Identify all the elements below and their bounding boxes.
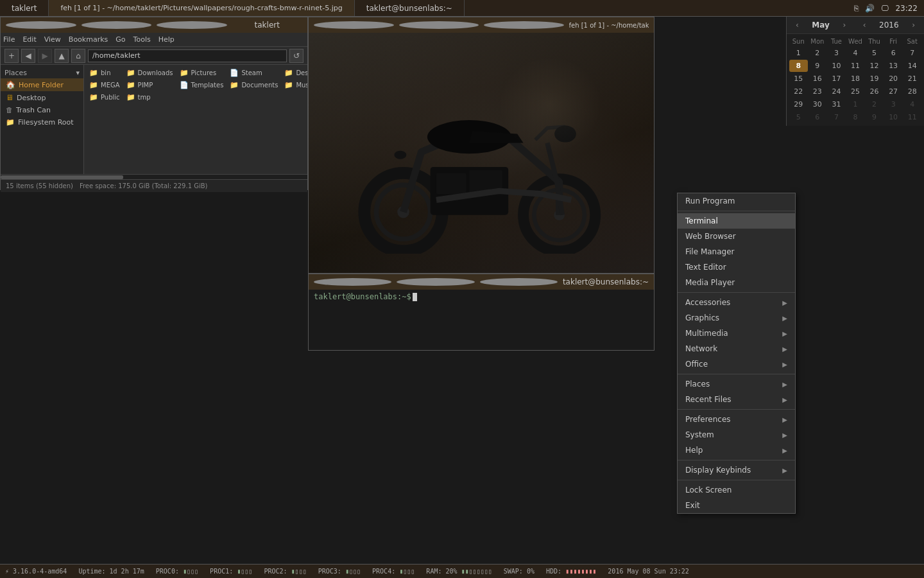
- minimize-button[interactable]: [6, 21, 76, 29]
- cal-day-7[interactable]: 7: [903, 47, 921, 59]
- file-music[interactable]: 📁 Music: [282, 80, 307, 91]
- cal-day-9[interactable]: 9: [809, 60, 827, 72]
- address-bar[interactable]: /home/taklert: [88, 49, 287, 62]
- home-button[interactable]: ⌂: [71, 49, 85, 63]
- iv-close-button[interactable]: [484, 21, 564, 29]
- menu-display-keybinds[interactable]: Display Keybinds ▶: [678, 462, 795, 478]
- menu-tools[interactable]: Tools: [133, 35, 151, 44]
- menu-help[interactable]: Help: [158, 35, 175, 44]
- up-button[interactable]: ▲: [55, 49, 69, 63]
- cal-day-24[interactable]: 24: [827, 85, 846, 98]
- menu-bookmarks[interactable]: Bookmarks: [69, 35, 108, 44]
- file-steam[interactable]: 📄 Steam: [227, 67, 280, 78]
- iv-maximize-button[interactable]: [399, 21, 479, 29]
- file-bin[interactable]: 📁 bin: [87, 67, 123, 78]
- calendar-next-month[interactable]: ›: [839, 19, 850, 31]
- file-desktop[interactable]: 📁 Desktop: [282, 67, 307, 78]
- menu-media-player[interactable]: Media Player: [678, 275, 795, 290]
- cal-day-next-9[interactable]: 9: [865, 111, 884, 123]
- menu-lock-screen[interactable]: Lock Screen: [678, 482, 795, 498]
- menu-multimedia[interactable]: Multimedia ▶: [678, 326, 795, 341]
- menu-office[interactable]: Office ▶: [678, 356, 795, 372]
- file-templates[interactable]: 📄 Templates: [177, 80, 227, 91]
- term-close-button[interactable]: [480, 278, 558, 286]
- cal-day-23[interactable]: 23: [809, 85, 827, 98]
- copy-icon[interactable]: ⎘: [854, 4, 859, 13]
- fm-scrollbar-thumb[interactable]: [1, 175, 123, 179]
- cal-day-next-5[interactable]: 5: [789, 111, 808, 123]
- sidebar-collapse-icon[interactable]: ▾: [76, 69, 80, 77]
- menu-recent-files[interactable]: Recent Files ▶: [678, 392, 795, 407]
- sidebar-item-desktop[interactable]: 🖥 Desktop: [1, 91, 83, 104]
- menu-system[interactable]: System ▶: [678, 427, 795, 442]
- cal-day-17[interactable]: 17: [827, 73, 846, 85]
- close-button[interactable]: [157, 21, 227, 29]
- cal-day-5[interactable]: 5: [865, 47, 884, 59]
- menu-run-program[interactable]: Run Program: [678, 193, 795, 209]
- file-mega[interactable]: 📁 MEGA: [87, 80, 123, 91]
- menu-view[interactable]: View: [44, 35, 61, 44]
- cal-day-31[interactable]: 31: [827, 98, 846, 110]
- menu-edit[interactable]: Edit: [22, 35, 36, 44]
- cal-day-20[interactable]: 20: [884, 73, 903, 85]
- menu-graphics[interactable]: Graphics ▶: [678, 310, 795, 326]
- menu-terminal[interactable]: Terminal: [678, 213, 795, 229]
- cal-day-6[interactable]: 6: [884, 47, 903, 59]
- cal-day-next-8[interactable]: 8: [846, 111, 865, 123]
- menu-network[interactable]: Network ▶: [678, 341, 795, 356]
- menu-accessories[interactable]: Accessories ▶: [678, 295, 795, 310]
- cal-day-25[interactable]: 25: [846, 85, 865, 98]
- cal-day-14[interactable]: 14: [903, 60, 921, 72]
- menu-file-manager[interactable]: File Manager: [678, 244, 795, 259]
- menu-places[interactable]: Places ▶: [678, 376, 795, 392]
- menu-file[interactable]: File: [3, 35, 15, 44]
- file-public[interactable]: 📁 Public: [87, 92, 123, 103]
- file-downloads[interactable]: 📁 Downloads: [124, 67, 176, 78]
- display-icon[interactable]: 🖵: [881, 4, 889, 13]
- maximize-button[interactable]: [81, 21, 152, 29]
- new-tab-button[interactable]: +: [4, 49, 19, 63]
- cal-day-next-2[interactable]: 2: [865, 98, 884, 110]
- menu-help[interactable]: Help ▶: [678, 442, 795, 458]
- cal-day-12[interactable]: 12: [865, 60, 884, 72]
- cal-day-18[interactable]: 18: [846, 73, 865, 85]
- cal-day-2[interactable]: 2: [809, 47, 827, 59]
- term-minimize-button[interactable]: [314, 278, 391, 286]
- cal-day-13[interactable]: 13: [884, 60, 903, 72]
- cal-day-30[interactable]: 30: [809, 98, 827, 110]
- cal-day-next-3[interactable]: 3: [884, 98, 903, 110]
- cal-day-22[interactable]: 22: [789, 85, 808, 98]
- calendar-prev-year[interactable]: ‹: [859, 19, 870, 31]
- cal-day-15[interactable]: 15: [789, 73, 808, 85]
- taskbar-item-filemanager[interactable]: taklert: [0, 0, 49, 16]
- taskbar-item-terminal[interactable]: taklert@bunsenlabs:~: [355, 0, 465, 16]
- back-button[interactable]: ◀: [21, 49, 35, 63]
- cal-day-next-7[interactable]: 7: [827, 111, 846, 123]
- file-documents[interactable]: 📁 Documents: [227, 80, 280, 91]
- cal-day-11[interactable]: 11: [846, 60, 865, 72]
- sidebar-item-trash[interactable]: 🗑 Trash Can: [1, 104, 83, 116]
- menu-preferences[interactable]: Preferences ▶: [678, 412, 795, 427]
- menu-web-browser[interactable]: Web Browser: [678, 229, 795, 244]
- cal-day-next-11[interactable]: 11: [903, 111, 921, 123]
- term-maximize-button[interactable]: [397, 278, 474, 286]
- forward-button[interactable]: ▶: [38, 49, 52, 63]
- cal-day-4[interactable]: 4: [846, 47, 865, 59]
- cal-day-10[interactable]: 10: [827, 60, 846, 72]
- sidebar-item-filesystem[interactable]: 📁 Filesystem Root: [1, 116, 83, 128]
- cal-day-28[interactable]: 28: [903, 85, 921, 98]
- cal-day-3[interactable]: 3: [827, 47, 846, 59]
- cal-day-21[interactable]: 21: [903, 73, 921, 85]
- sidebar-item-home[interactable]: 🏠 Home Folder: [1, 78, 83, 91]
- fm-scrollbar[interactable]: [1, 174, 307, 179]
- menu-go[interactable]: Go: [116, 35, 125, 44]
- terminal-content[interactable]: taklert@bunsenlabs:~$: [309, 290, 654, 350]
- cal-day-next-6[interactable]: 6: [809, 111, 827, 123]
- cal-day-next-10[interactable]: 10: [884, 111, 903, 123]
- menu-text-editor[interactable]: Text Editor: [678, 259, 795, 275]
- cal-day-16[interactable]: 16: [809, 73, 827, 85]
- cal-day-next-1[interactable]: 1: [846, 98, 865, 110]
- cal-day-next-4[interactable]: 4: [903, 98, 921, 110]
- cal-day-29[interactable]: 29: [789, 98, 808, 110]
- cal-day-27[interactable]: 27: [884, 85, 903, 98]
